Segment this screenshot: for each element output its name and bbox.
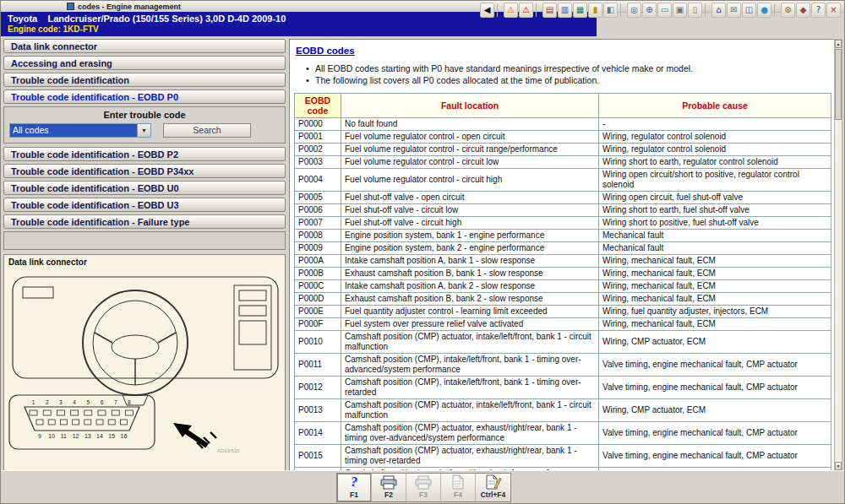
wiring-diagram-icon[interactable]: ▦ xyxy=(573,3,587,18)
edit-page-icon xyxy=(485,474,502,490)
table-header-row: EOBD codeFault locationProbable cause xyxy=(295,94,831,118)
cell-cause: Valve timing, engine mechanical fault, C… xyxy=(599,422,831,445)
svg-text:14: 14 xyxy=(96,433,103,439)
cell-code: P0009 xyxy=(295,242,341,255)
sidebar-item[interactable]: Trouble code identification - Failure ty… xyxy=(3,214,286,229)
home-icon[interactable]: ⌂ xyxy=(711,3,726,18)
cell-cause: Wiring short to positive, fuel shut-off … xyxy=(599,217,831,230)
fkey-button-F1[interactable]: ?F1 xyxy=(337,474,372,501)
code-row: P000FFuel system over pressure relief va… xyxy=(295,318,831,331)
cell-cause: Valve timing, engine mechanical fault, C… xyxy=(599,445,831,468)
code-row: P0007Fuel shut-off valve - circuit highW… xyxy=(295,217,831,230)
connector-pins-top xyxy=(30,410,133,415)
warning-triangle-icon[interactable]: ⚠ xyxy=(504,3,518,18)
info-bullet: All EOBD codes starting with P0 have sta… xyxy=(306,62,831,74)
cell-fault: Fuel volume regulator control - circuit … xyxy=(341,156,599,169)
svg-text:12: 12 xyxy=(73,433,79,439)
info-icon[interactable]: ● xyxy=(757,3,771,18)
cell-fault: Camshaft position (CMP), intake/left/fro… xyxy=(341,354,599,377)
code-filter-dropdown[interactable]: All codes ▼ xyxy=(9,123,151,138)
fkey-button-F2[interactable]: F2 xyxy=(372,474,406,501)
code-row: P0001Fuel volume regulator control - ope… xyxy=(295,131,831,144)
help-icon[interactable]: ? xyxy=(811,3,826,18)
trouble-code-search-panel: Enter trouble code All codes ▼ Search xyxy=(3,106,286,144)
cell-cause: Wiring, fuel quantity adjuster, injector… xyxy=(599,306,831,318)
svg-text:6: 6 xyxy=(101,399,104,405)
fkey-label: F1 xyxy=(350,490,358,499)
vertical-scrollbar[interactable]: ▲ ▼ xyxy=(834,39,842,471)
globe-icon[interactable]: ◎ xyxy=(627,3,641,18)
toolbar-separator xyxy=(497,3,501,17)
mail-icon[interactable]: ✉ xyxy=(727,3,741,18)
cell-fault: No fault found xyxy=(341,118,599,131)
cell-cause: Valve timing, engine mechanical fault, C… xyxy=(599,377,831,399)
cell-fault: Camshaft position (CMP) actuator, exhaus… xyxy=(341,445,599,468)
cell-fault: Exhaust camshaft position B, bank 1 - sl… xyxy=(341,268,599,280)
settings-icon[interactable]: ⊛ xyxy=(781,3,795,18)
dashboard-diagram: 12345678 910111213141516 AD13/515 xyxy=(4,268,286,469)
sidebar-item[interactable]: Accessing and erasing xyxy=(3,56,286,70)
cell-fault: Engine position system, bank 2 - engine … xyxy=(341,242,599,255)
svg-text:1: 1 xyxy=(32,399,35,405)
scrollbar-thumb[interactable] xyxy=(835,49,842,120)
sidebar-item[interactable]: Trouble code identification xyxy=(3,73,286,87)
cell-code: P0003 xyxy=(295,156,341,169)
cell-fault: Camshaft position (CMP) actuator, intake… xyxy=(341,399,599,422)
search-button[interactable]: Search xyxy=(163,123,251,138)
cell-code: P0010 xyxy=(295,331,341,354)
code-row: P000CIntake camshaft position A, bank 2 … xyxy=(295,280,831,293)
monitor-icon[interactable]: ▭ xyxy=(657,3,672,18)
chevron-down-icon[interactable]: ▼ xyxy=(137,124,150,137)
service-manual-icon[interactable]: ▤ xyxy=(542,3,557,18)
sidebar-item[interactable]: Trouble code identification - EOBD P2 xyxy=(3,147,286,161)
svg-text:15: 15 xyxy=(108,433,115,439)
svg-text:16: 16 xyxy=(121,433,128,439)
fkey-button-Ctrl+F4[interactable]: Ctrl+F4 xyxy=(476,474,510,501)
sidebar-item[interactable]: Trouble code identification - EOBD P34xx xyxy=(3,164,286,178)
svg-text:9: 9 xyxy=(38,433,41,439)
alert-triangle-icon[interactable]: ⚠ xyxy=(519,3,533,18)
code-row: P0009Engine position system, bank 2 - en… xyxy=(295,242,831,255)
code-row: P0011Camshaft position (CMP), intake/lef… xyxy=(295,354,831,377)
exit-icon[interactable]: × xyxy=(826,3,841,18)
cell-code: P0006 xyxy=(295,204,341,217)
cell-cause: Wiring, regulator control solenoid xyxy=(599,131,831,144)
cell-fault: Fuel shut-off valve - circuit high xyxy=(341,217,599,230)
connector-pins-bottom xyxy=(36,420,127,425)
sidebar-bottom-items: Trouble code identification - EOBD P2Tro… xyxy=(3,147,286,229)
nav-back-icon[interactable]: ◀ xyxy=(480,3,494,18)
cell-code: P0011 xyxy=(295,354,341,377)
fkey-label: F3 xyxy=(419,490,428,499)
scroll-down-icon[interactable]: ▼ xyxy=(835,462,842,470)
clipboard-icon[interactable]: ▯ xyxy=(688,3,702,18)
cell-code: P0008 xyxy=(295,230,341,242)
fkey-button-F4: F4 xyxy=(441,474,476,501)
code-row: P000AIntake camshaft position A, bank 1 … xyxy=(295,255,831,268)
cell-code: P0013 xyxy=(295,399,341,422)
bulletins-icon[interactable]: ▥ xyxy=(558,3,572,18)
function-key-bar: ?F1F2F3F4Ctrl+F4 xyxy=(1,470,844,503)
app-window: codes - Engine management Toyota Landcru… xyxy=(0,0,845,504)
components-icon[interactable]: ◧ xyxy=(603,3,618,18)
grid-icon[interactable]: ▣ xyxy=(673,3,687,18)
lock-icon[interactable]: ◆ xyxy=(796,3,810,18)
save-icon[interactable]: ◫ xyxy=(742,3,756,18)
sidebar-item[interactable]: Trouble code identification - EOBD U0 xyxy=(3,181,286,195)
sidebar-item[interactable]: Trouble code identification - EOBD P0 xyxy=(3,89,286,104)
cell-fault: Intake camshaft position A, bank 2 - slo… xyxy=(341,280,599,293)
cell-fault: Fuel system over pressure relief valve a… xyxy=(341,318,599,331)
sidebar-top-items: Data link connectorAccessing and erasing… xyxy=(3,39,286,104)
fkey-label: F4 xyxy=(454,490,462,499)
cell-cause: Valve timing, engine mechanical fault, C… xyxy=(599,354,831,377)
cell-code: P0002 xyxy=(295,144,341,156)
svg-text:7: 7 xyxy=(114,399,117,405)
cell-fault: Intake camshaft position A, bank 1 - slo… xyxy=(341,255,599,268)
search-panel-title: Enter trouble code xyxy=(9,110,280,120)
scroll-up-icon[interactable]: ▲ xyxy=(835,40,842,48)
code-row: P0002Fuel volume regulator control - cir… xyxy=(295,144,831,156)
sidebar-item[interactable]: Trouble code identification - EOBD U3 xyxy=(3,198,286,212)
search-icon[interactable]: ⊕ xyxy=(642,3,657,18)
sidebar-item[interactable]: Data link connector xyxy=(3,39,286,53)
svg-text:4: 4 xyxy=(73,399,76,405)
fuses-icon[interactable]: ▮ xyxy=(588,3,602,18)
